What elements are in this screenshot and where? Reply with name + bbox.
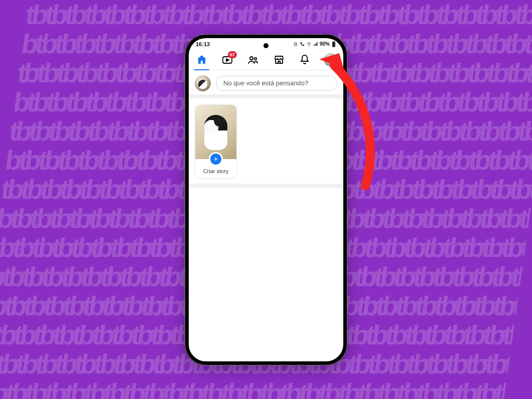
phone-ring-icon <box>300 42 305 47</box>
story-strip: Criar story <box>189 98 343 184</box>
camera-hole <box>263 43 269 48</box>
composer-row: No que você está pensando? <box>189 70 343 94</box>
svg-point-1 <box>309 45 309 46</box>
svg-rect-4 <box>333 43 335 46</box>
statusbar-time: 16:13 <box>196 41 210 47</box>
create-story-card[interactable]: Criar story <box>195 104 237 179</box>
home-icon <box>196 54 208 66</box>
composer-avatar[interactable] <box>195 75 211 91</box>
separator <box>189 184 343 188</box>
battery-icon <box>331 41 336 47</box>
tab-groups[interactable] <box>244 50 261 70</box>
groups-icon <box>247 54 259 66</box>
menu-avatar-icon <box>324 53 337 66</box>
statusbar-battery-text: 90% <box>320 41 330 47</box>
alarm-icon <box>293 42 298 47</box>
tab-menu[interactable] <box>322 50 339 70</box>
composer-input[interactable]: No que você está pensando? <box>216 76 337 91</box>
create-story-plus-icon <box>209 152 223 166</box>
signal-icon <box>313 42 318 47</box>
tab-marketplace[interactable] <box>271 50 288 70</box>
top-tabs: 67 <box>189 50 343 70</box>
svg-point-7 <box>254 58 256 60</box>
tab-watch[interactable]: 67 <box>219 50 236 70</box>
svg-rect-3 <box>333 41 334 42</box>
watch-badge: 67 <box>228 51 237 58</box>
story-image-content <box>204 115 227 150</box>
tab-home[interactable] <box>193 50 210 70</box>
marketplace-icon <box>273 54 285 66</box>
separator <box>189 94 343 98</box>
tab-notifications[interactable] <box>296 50 313 70</box>
wifi-icon <box>306 42 312 47</box>
phone-mockup: 16:13 90% <box>185 34 347 365</box>
story-thumbnail <box>195 105 236 159</box>
svg-point-6 <box>250 57 253 60</box>
bell-icon <box>299 54 311 66</box>
phone-screen: 16:13 90% <box>189 38 343 361</box>
